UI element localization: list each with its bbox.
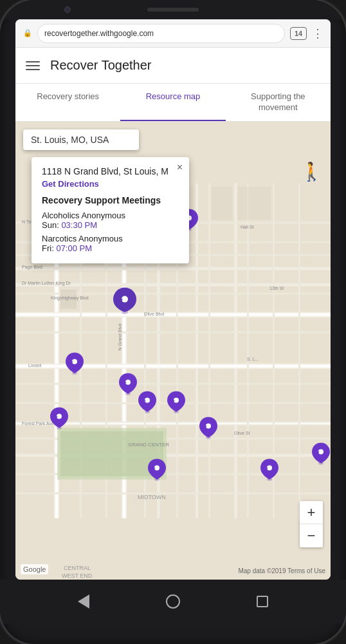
hamburger-line-3 [26, 69, 40, 70]
svg-text:r: r [205, 424, 207, 428]
back-button[interactable] [72, 590, 95, 613]
svg-rect-24 [298, 183, 300, 518]
svg-text:GRAND CENTER: GRAND CENTER [128, 441, 169, 447]
map-container[interactable]: CENTRAL WEST END MIDTOWN GRAND CENTER Ki… [15, 122, 331, 580]
svg-rect-42 [212, 186, 232, 220]
svg-rect-9 [15, 313, 331, 316]
svg-text:Olive St: Olive St [234, 430, 250, 435]
svg-text:r: r [318, 450, 320, 454]
more-icon[interactable]: ⋮ [312, 26, 323, 41]
home-icon [166, 594, 180, 609]
tab-recovery-stories-label: Recovery stories [37, 91, 99, 101]
hamburger-line-2 [26, 65, 40, 66]
svg-text:Hall St: Hall St [241, 224, 254, 229]
svg-text:WEST END: WEST END [62, 572, 93, 578]
phone-top-bar [0, 0, 346, 19]
svg-text:Forest Park Ave: Forest Park Ave [22, 421, 54, 425]
svg-text:r: r [266, 466, 268, 470]
lock-icon: 🔒 [23, 29, 32, 37]
tab-count[interactable]: 14 [290, 27, 307, 40]
popup-meeting-1: Alcoholics Anonymous Sun: 03:30 PM [42, 211, 179, 230]
map-zoom-controls: + − [300, 501, 323, 547]
svg-text:Dr Martin Luther King Dr: Dr Martin Luther King Dr [22, 280, 71, 285]
tab-supporting-movement[interactable]: Supporting the movement [226, 84, 331, 121]
google-branding: Google [21, 564, 48, 574]
browser-bar: 🔒 recovertogether.withgoogle.com 14 ⋮ [15, 19, 331, 48]
svg-rect-22 [247, 183, 249, 518]
popup-address: 1118 N Grand Blvd, St Louis, M [42, 166, 179, 176]
url-text: recovertogether.withgoogle.com [44, 29, 154, 38]
svg-text:N Grand Blvd: N Grand Blvd [118, 323, 122, 350]
svg-rect-29 [15, 331, 331, 333]
phone-camera [64, 6, 71, 13]
home-button[interactable] [161, 590, 185, 613]
popup-meetings-title: Recovery Support Meetings [42, 195, 179, 205]
svg-text:r: r [173, 398, 175, 402]
meeting-2-day: Fri: [42, 243, 54, 253]
svg-text:13th St: 13th St [269, 285, 284, 290]
phone-screen: 🔒 recovertogether.withgoogle.com 14 ⋮ Re… [15, 19, 331, 580]
svg-text:Kingshighway Blvd: Kingshighway Blvd [51, 295, 89, 300]
svg-text:r: r [71, 359, 73, 364]
svg-rect-21 [208, 183, 210, 518]
app-title: Recover Together [50, 58, 152, 73]
svg-rect-7 [234, 183, 237, 518]
map-popup: × 1118 N Grand Blvd, St Louis, M Get Dir… [32, 157, 189, 263]
pegman-figure: 🚶 [300, 161, 323, 182]
svg-rect-11 [15, 365, 331, 367]
svg-rect-6 [196, 183, 198, 518]
phone-frame: 🔒 recovertogether.withgoogle.com 14 ⋮ Re… [0, 0, 346, 644]
svg-text:r: r [154, 466, 156, 470]
meeting-1-name: Alcoholics Anonymous [42, 211, 125, 220]
zoom-out-button[interactable]: − [300, 524, 323, 547]
svg-text:MIDTOWN: MIDTOWN [138, 493, 166, 500]
recents-icon [257, 596, 268, 607]
meeting-1-day: Sun: [42, 220, 59, 230]
zoom-in-button[interactable]: + [300, 501, 323, 524]
nav-tabs: Recovery stories Resource map Supporting… [15, 84, 331, 122]
svg-text:S. L...: S. L... [247, 356, 259, 361]
hamburger-line-1 [26, 61, 40, 62]
svg-text:Olive Blvd: Olive Blvd [144, 311, 165, 316]
svg-rect-43 [237, 186, 271, 220]
url-bar[interactable]: recovertogether.withgoogle.com [37, 24, 285, 43]
pegman-icon[interactable]: 🚶 [300, 160, 323, 184]
svg-rect-34 [15, 492, 331, 494]
tab-resource-map-label: Resource map [146, 91, 201, 101]
recents-button[interactable] [251, 590, 274, 613]
meeting-2-time: 07:00 PM [56, 243, 92, 253]
phone-bottom-bar [0, 580, 346, 623]
svg-text:Lindell: Lindell [28, 363, 42, 367]
hamburger-menu[interactable] [26, 61, 40, 70]
svg-text:r: r [56, 414, 58, 419]
svg-text:CENTRAL: CENTRAL [64, 564, 91, 571]
phone-speaker [147, 8, 199, 12]
tab-recovery-stories[interactable]: Recovery stories [15, 84, 120, 121]
meeting-2-name: Narcotics Anonymous [42, 234, 123, 243]
svg-text:r: r [144, 398, 146, 402]
svg-rect-30 [15, 383, 331, 384]
meeting-1-time: 03:30 PM [61, 220, 97, 230]
svg-rect-45 [60, 431, 163, 476]
tab-supporting-movement-label: Supporting the movement [251, 91, 305, 112]
svg-rect-14 [15, 267, 331, 270]
svg-text:Page Blvd: Page Blvd [22, 264, 42, 269]
svg-text:r: r [121, 296, 123, 302]
popup-close-button[interactable]: × [177, 162, 183, 173]
location-search-input[interactable] [23, 129, 139, 150]
back-icon [78, 594, 89, 609]
app-header: Recover Together [15, 48, 331, 84]
tab-resource-map[interactable]: Resource map [120, 84, 225, 121]
popup-directions-link[interactable]: Get Directions [42, 179, 179, 189]
map-attribution: Map data ©2019 Terms of Use [238, 567, 325, 574]
svg-text:r: r [125, 380, 127, 384]
popup-meeting-2: Narcotics Anonymous Fri: 07:00 PM [42, 234, 179, 253]
